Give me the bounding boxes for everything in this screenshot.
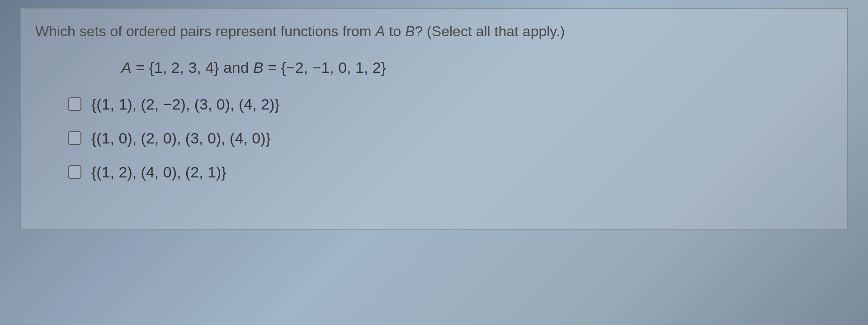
set-b-label: B [253, 59, 264, 76]
option-row: {(1, 0), (2, 0), (3, 0), (4, 0)} [68, 129, 833, 147]
set-a-label: A [121, 59, 132, 76]
set-a-eq: = {1, 2, 3, 4} and [132, 59, 253, 76]
option-row: {(1, 2), (4, 0), (2, 1)} [68, 163, 833, 181]
set-b-eq: = {−2, −1, 0, 1, 2} [264, 59, 386, 76]
options-list: {(1, 1), (2, −2), (3, 0), (4, 2)} {(1, 0… [68, 96, 833, 181]
option-row: {(1, 1), (2, −2), (3, 0), (4, 2)} [68, 96, 833, 113]
checkbox-option-1[interactable] [68, 97, 81, 111]
option-text: {(1, 2), (4, 0), (2, 1)} [91, 163, 226, 181]
checkbox-option-3[interactable] [68, 165, 81, 179]
option-text: {(1, 0), (2, 0), (3, 0), (4, 0)} [91, 129, 271, 147]
var-a: A [375, 23, 385, 39]
option-text: {(1, 1), (2, −2), (3, 0), (4, 2)} [91, 96, 280, 113]
checkbox-option-2[interactable] [68, 131, 81, 145]
sets-definition: A = {1, 2, 3, 4} and B = {−2, −1, 0, 1, … [121, 59, 833, 76]
prompt-text-pre: Which sets of ordered pairs represent fu… [35, 23, 375, 39]
question-panel: Which sets of ordered pairs represent fu… [20, 8, 848, 229]
prompt-text-post: ? (Select all that apply.) [415, 23, 565, 39]
var-b: B [405, 23, 415, 39]
prompt-text-mid: to [385, 23, 405, 39]
question-prompt: Which sets of ordered pairs represent fu… [35, 21, 833, 42]
